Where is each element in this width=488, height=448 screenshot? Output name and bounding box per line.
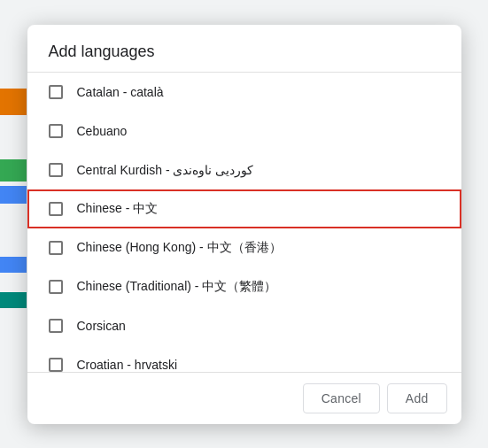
language-label-chinese-traditional: Chinese (Traditional) - 中文（繁體） bbox=[77, 279, 277, 295]
checkbox-corsican[interactable] bbox=[49, 319, 63, 333]
checkbox-cebuano[interactable] bbox=[49, 124, 63, 138]
bg-accent-blue bbox=[0, 186, 27, 204]
language-item-chinese-traditional[interactable]: Chinese (Traditional) - 中文（繁體） bbox=[27, 267, 461, 306]
add-languages-dialog: Add languages Catalan - catalàCebuanoCen… bbox=[27, 25, 461, 424]
add-button[interactable]: Add bbox=[387, 383, 447, 413]
language-item-catalan[interactable]: Catalan - català bbox=[27, 73, 461, 112]
language-list[interactable]: Catalan - catalàCebuanoCentral Kurdish -… bbox=[27, 72, 461, 373]
checkbox-chinese[interactable] bbox=[49, 202, 63, 216]
checkbox-croatian[interactable] bbox=[49, 358, 63, 372]
dialog-title: Add languages bbox=[27, 25, 461, 72]
checkbox-catalan[interactable] bbox=[49, 85, 63, 99]
bg-accent-blue2 bbox=[0, 257, 27, 273]
cancel-button[interactable]: Cancel bbox=[303, 383, 380, 413]
language-label-central-kurdish: Central Kurdish - کوردیی ناوەندی bbox=[77, 163, 254, 177]
bg-accent-teal bbox=[0, 292, 27, 308]
language-item-central-kurdish[interactable]: Central Kurdish - کوردیی ناوەندی bbox=[27, 151, 461, 189]
checkbox-chinese-hk[interactable] bbox=[49, 241, 63, 255]
language-item-corsican[interactable]: Corsican bbox=[27, 306, 461, 345]
language-label-croatian: Croatian - hrvatski bbox=[77, 358, 178, 372]
checkbox-chinese-traditional[interactable] bbox=[49, 280, 63, 294]
language-label-chinese-hk: Chinese (Hong Kong) - 中文（香港） bbox=[77, 240, 282, 256]
language-label-cebuano: Cebuano bbox=[77, 124, 128, 138]
language-label-catalan: Catalan - català bbox=[77, 85, 164, 99]
language-label-corsican: Corsican bbox=[77, 319, 126, 333]
checkbox-central-kurdish[interactable] bbox=[49, 163, 63, 177]
bg-accent-green bbox=[0, 159, 27, 182]
language-item-chinese[interactable]: Chinese - 中文 bbox=[27, 189, 461, 228]
language-item-cebuano[interactable]: Cebuano bbox=[27, 112, 461, 151]
dialog-actions: Cancel Add bbox=[27, 373, 461, 424]
language-item-croatian[interactable]: Croatian - hrvatski bbox=[27, 345, 461, 373]
bg-accent-orange bbox=[0, 89, 27, 115]
language-item-chinese-hk[interactable]: Chinese (Hong Kong) - 中文（香港） bbox=[27, 228, 461, 267]
language-label-chinese: Chinese - 中文 bbox=[77, 201, 159, 217]
